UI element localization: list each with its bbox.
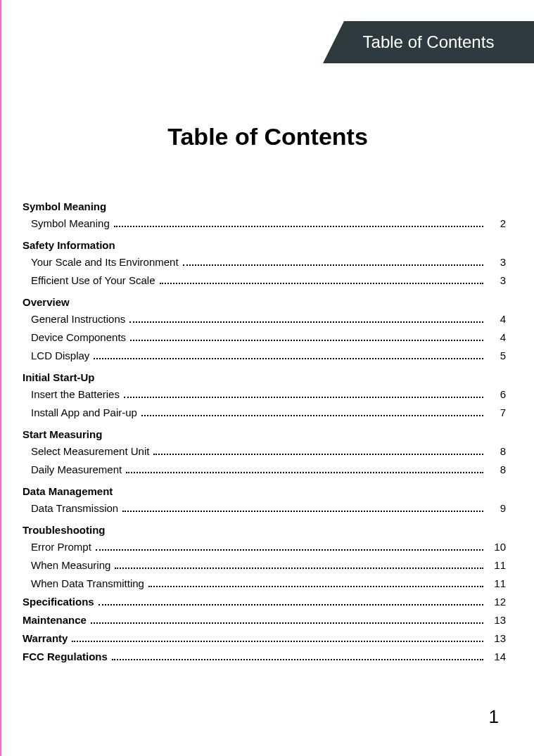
- toc-entry-label: General Instructions: [31, 311, 125, 328]
- toc-leader: [126, 465, 483, 473]
- toc-entry-label: Error Prompt: [31, 539, 91, 556]
- toc-entry-page: 11: [488, 575, 506, 592]
- toc-leader: [141, 408, 483, 416]
- toc-entry: LCD Display5: [23, 347, 506, 364]
- toc-entry-page: 8: [488, 461, 506, 478]
- toc-leader: [91, 615, 483, 624]
- toc-entry-page: 14: [488, 648, 506, 665]
- toc-entry: When Data Transmitting11: [23, 575, 506, 592]
- toc-entry: Warranty13: [23, 630, 506, 647]
- toc-entry-page: 4: [488, 329, 506, 346]
- toc-leader: [153, 447, 483, 455]
- toc-entry: Insert the Batteries6: [23, 386, 506, 403]
- toc-entry-label: LCD Display: [31, 347, 89, 364]
- toc-entry-label: Specifications: [23, 594, 94, 610]
- toc-section-heading: Troubleshooting: [23, 524, 506, 536]
- toc-entry: Data Transmission9: [23, 500, 506, 517]
- toc-leader: [160, 276, 484, 284]
- toc-entry: Install App and Pair-up7: [23, 404, 506, 421]
- toc-entry-label: Device Components: [31, 329, 126, 346]
- toc-leader: [124, 390, 483, 398]
- toc-entry-label: Daily Measurement: [31, 461, 122, 478]
- toc-entry-label: Insert the Batteries: [31, 386, 120, 403]
- toc-entry: Symbol Meaning2: [23, 215, 506, 232]
- toc-entry-label: When Measuring: [31, 557, 110, 574]
- toc-section-heading: Start Measuring: [23, 428, 506, 440]
- toc-leader: [94, 351, 483, 359]
- toc-entry-label: When Data Transmitting: [31, 575, 144, 592]
- toc-entry-page: 4: [488, 311, 506, 328]
- toc-entry-label: Symbol Meaning: [31, 215, 110, 232]
- toc-leader: [130, 333, 483, 341]
- toc-entry: General Instructions4: [23, 311, 506, 328]
- toc-entry: Specifications12: [23, 594, 506, 610]
- header-tab: Table of Contents: [323, 21, 534, 63]
- page-title: Table of Contents: [1, 123, 534, 150]
- toc-entry-page: 8: [488, 443, 506, 460]
- toc-entry-label: Install App and Pair-up: [31, 404, 137, 421]
- toc-entry-page: 3: [488, 254, 506, 271]
- toc-leader: [183, 257, 483, 266]
- toc-entry: Your Scale and Its Environment3: [23, 254, 506, 271]
- toc-section-heading: Data Management: [23, 485, 506, 497]
- toc-entry-label: Efficient Use of Your Scale: [31, 272, 155, 289]
- toc-entry-label: Select Measurement Unit: [31, 443, 149, 460]
- toc-entry-page: 5: [488, 347, 506, 364]
- table-of-contents: Symbol MeaningSymbol Meaning2Safety Info…: [23, 193, 506, 667]
- toc-entry-page: 13: [488, 630, 506, 647]
- toc-entry-page: 12: [488, 594, 506, 610]
- toc-leader: [72, 634, 483, 642]
- toc-leader: [148, 579, 483, 587]
- toc-leader: [96, 542, 483, 551]
- page-number: 1: [489, 706, 499, 728]
- toc-leader: [114, 219, 483, 227]
- toc-entry-label: Data Transmission: [31, 500, 118, 517]
- toc-entry-page: 11: [488, 557, 506, 574]
- toc-entry: Error Prompt10: [23, 539, 506, 556]
- toc-entry-page: 7: [488, 404, 506, 421]
- toc-entry: Maintenance13: [23, 612, 506, 629]
- toc-entry: Device Components4: [23, 329, 506, 346]
- toc-entry: Efficient Use of Your Scale3: [23, 272, 506, 289]
- toc-entry: When Measuring11: [23, 557, 506, 574]
- toc-section-heading: Symbol Meaning: [23, 200, 506, 212]
- toc-entry-page: 13: [488, 612, 506, 629]
- toc-leader: [129, 314, 483, 323]
- toc-entry-page: 9: [488, 500, 506, 517]
- toc-entry-label: Maintenance: [23, 612, 87, 629]
- toc-entry: Daily Measurement8: [23, 461, 506, 478]
- toc-section-heading: Safety Information: [23, 239, 506, 251]
- toc-leader: [112, 652, 483, 660]
- toc-entry-page: 3: [488, 272, 506, 289]
- toc-leader: [122, 504, 483, 512]
- toc-entry-label: FCC Regulations: [23, 648, 108, 665]
- toc-entry-page: 2: [488, 215, 506, 232]
- toc-leader: [115, 560, 483, 569]
- toc-section-heading: Overview: [23, 296, 506, 308]
- toc-entry-page: 10: [488, 539, 506, 556]
- toc-entry-label: Your Scale and Its Environment: [31, 254, 179, 271]
- toc-section-heading: Initial Start-Up: [23, 371, 506, 383]
- toc-leader: [98, 597, 483, 606]
- toc-entry-label: Warranty: [23, 630, 68, 647]
- toc-entry-page: 6: [488, 386, 506, 403]
- toc-entry: Select Measurement Unit8: [23, 443, 506, 460]
- toc-entry: FCC Regulations14: [23, 648, 506, 665]
